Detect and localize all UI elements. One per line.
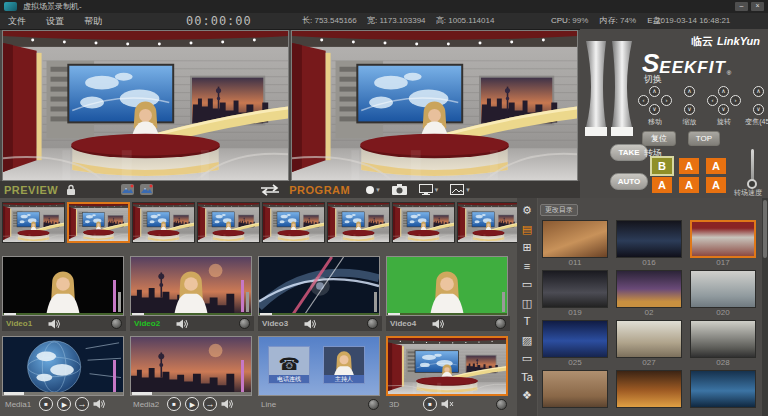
media1-thumbnail[interactable] [2,336,124,396]
top-button[interactable]: TOP [688,131,720,146]
scrollbar-thumb[interactable] [763,200,767,258]
close-button[interactable]: × [751,2,764,11]
stop-button[interactable]: ■ [423,397,437,411]
scene-item[interactable]: 028 [690,320,756,368]
minimize-button[interactable]: – [735,2,748,11]
transition-button[interactable]: A [706,158,726,174]
gear-knob-icon[interactable] [111,318,122,329]
gear-knob-icon[interactable] [239,318,250,329]
play-button[interactable]: ▶ [185,397,199,411]
auto-button[interactable]: AUTO [610,173,648,190]
speaker-icon[interactable] [93,399,106,409]
pad-right-button[interactable]: › [730,95,741,106]
record-dropdown-icon[interactable]: ▾ [376,186,380,194]
transition-button[interactable]: A [652,177,672,193]
transition-button[interactable]: A [679,158,699,174]
menu-help[interactable]: 帮助 [84,13,102,29]
speaker-icon[interactable] [48,319,61,329]
picture-output-icon[interactable] [450,184,464,195]
scene-thumbnail[interactable] [616,270,682,308]
scene-thumbnail[interactable] [542,220,608,258]
speaker-muted-icon[interactable] [441,399,454,409]
stop-button[interactable]: ■ [39,397,53,411]
angle-thumbnail[interactable] [2,202,65,243]
monitor-icon[interactable]: ▭ [519,277,535,291]
pad-left-button[interactable]: ‹ [707,95,718,106]
playlist-icon[interactable]: ≡ [519,259,535,273]
media-progress-bar[interactable] [3,392,123,395]
subtitle-icon[interactable]: Ta [519,370,535,384]
angle-thumbnail[interactable] [262,202,325,243]
next-button[interactable]: → [203,397,217,411]
plugin-icon[interactable]: ❖ [519,388,535,402]
angle-thumbnail[interactable] [67,202,130,243]
title-icon[interactable]: T [519,314,535,328]
scene-item[interactable] [616,370,682,416]
screen-icon[interactable]: ◫ [519,296,535,310]
gear-knob-icon[interactable] [367,318,378,329]
transition-button[interactable]: A [679,177,699,193]
menu-file[interactable]: 文件 [8,13,26,29]
pad-up-button[interactable]: ∧ [684,86,695,97]
video1-thumbnail[interactable] [2,256,124,316]
video2-thumbnail[interactable] [130,256,252,316]
image-icon[interactable]: ▨ [519,333,535,347]
angle-thumbnail[interactable] [327,202,390,243]
gear-knob-icon[interactable] [496,399,507,410]
picture-dropdown-icon[interactable]: ▾ [466,186,470,194]
angle-thumbnail[interactable] [132,202,195,243]
speaker-icon[interactable] [432,319,445,329]
scene-item[interactable]: 020 [690,270,756,318]
next-button[interactable]: → [75,397,89,411]
scene-item[interactable]: 011 [542,220,608,268]
scene-thumbnail[interactable] [542,270,608,308]
angle-thumbnail[interactable] [392,202,455,243]
scene-item[interactable]: 02 [616,270,682,318]
scene-thumbnail[interactable] [542,320,608,358]
add-image-icon[interactable] [121,184,134,195]
gear-knob-icon[interactable] [495,318,506,329]
pad-up-button[interactable]: ∧ [649,86,660,97]
gear-knob-icon[interactable] [368,399,379,410]
scene-thumbnail[interactable] [616,320,682,358]
stop-button[interactable]: ■ [167,397,181,411]
speaker-icon[interactable] [176,319,189,329]
transition-speed-slider[interactable] [746,149,758,189]
menu-settings[interactable]: 设置 [46,13,64,29]
change-directory-button[interactable]: 更改目录 [540,204,578,216]
pad-down-button[interactable]: ∨ [649,104,660,115]
pad-down-button[interactable]: ∨ [718,104,729,115]
angle-thumbnail[interactable] [197,202,260,243]
snapshot-camera-icon[interactable] [392,184,407,195]
pad-down-button[interactable]: ∨ [684,104,695,115]
display-dropdown-icon[interactable]: ▾ [435,186,439,194]
scene-thumbnail[interactable] [690,220,756,258]
record-icon[interactable] [366,186,374,194]
scene-item[interactable]: 016 [616,220,682,268]
pad-down-button[interactable]: ∨ [753,104,764,115]
line-thumbnail[interactable]: ☎ 电话连线 主持人 [258,336,380,396]
scene-thumbnail[interactable] [690,320,756,358]
scene-item[interactable]: 025 [542,320,608,368]
take-button[interactable]: TAKE [610,144,648,161]
scene-grid-icon[interactable]: ⊞ [519,240,535,254]
scene-item[interactable] [690,370,756,416]
scene-item[interactable]: 017 [690,220,756,268]
save-icon[interactable]: ▤ [519,222,535,236]
pad-right-button[interactable]: › [661,95,672,106]
scene-browser-scrollbar[interactable] [762,198,768,416]
pad-up-button[interactable]: ∧ [753,86,764,97]
speaker-icon[interactable] [304,319,317,329]
display-output-icon[interactable] [419,184,433,195]
scene-item[interactable]: 019 [542,270,608,318]
scene-thumbnail[interactable] [690,370,756,408]
transition-button[interactable]: B [652,158,672,174]
media-progress-bar[interactable] [131,392,251,395]
video3-thumbnail[interactable] [258,256,380,316]
pad-left-button[interactable]: ‹ [638,95,649,106]
add-image-icon-2[interactable] [140,184,153,195]
gear-icon[interactable]: ⚙ [519,203,535,217]
scene-thumbnail[interactable] [690,270,756,308]
reset-button[interactable]: 复位 [642,131,676,146]
angle-thumbnail[interactable] [457,202,520,243]
